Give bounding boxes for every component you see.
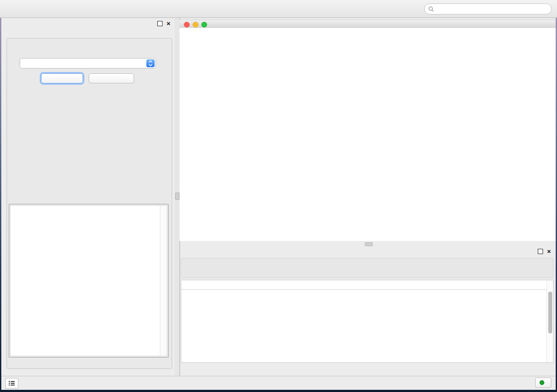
- network-canvas-svg: [180, 28, 556, 241]
- window-zoom-icon[interactable]: [201, 22, 207, 28]
- right-region: ×: [180, 18, 556, 376]
- close-panel-button[interactable]: [89, 73, 134, 83]
- result-list-scrollbar[interactable]: [160, 206, 167, 356]
- status-bar: [1, 376, 556, 390]
- splitter-handle[interactable]: [175, 193, 180, 200]
- float-panel-icon[interactable]: [157, 21, 163, 26]
- app-window: ×: [1, 18, 556, 390]
- table-scrollbar-thumb[interactable]: [548, 292, 552, 334]
- mcds-result-group: [9, 204, 169, 358]
- table-scrollbar[interactable]: [547, 280, 553, 362]
- search-input[interactable]: [436, 6, 548, 13]
- task-history-button[interactable]: [5, 378, 18, 389]
- search-icon: [428, 6, 434, 12]
- main-toolbar: [0, 0, 557, 18]
- run-mcds-button[interactable]: [41, 73, 83, 83]
- memory-status-icon: [540, 380, 544, 385]
- mcds-result-list[interactable]: [10, 205, 167, 356]
- window-minimize-icon[interactable]: [193, 22, 198, 28]
- criterion-dropdown[interactable]: [20, 58, 156, 69]
- memory-button[interactable]: [535, 378, 551, 388]
- control-panel: ×: [1, 18, 175, 376]
- list-icon: [8, 379, 16, 387]
- network-canvas[interactable]: [180, 28, 556, 241]
- horizontal-splitter-handle[interactable]: [365, 242, 373, 246]
- search-box[interactable]: [424, 3, 552, 14]
- close-panel-icon[interactable]: ×: [166, 21, 170, 26]
- window-close-icon[interactable]: [184, 22, 190, 28]
- network-window-titlebar[interactable]: [180, 20, 556, 28]
- table-panel: ×: [181, 247, 554, 375]
- node-table: [181, 280, 554, 363]
- table-toolbar: [181, 258, 554, 278]
- float-table-panel-icon[interactable]: [538, 249, 543, 254]
- close-table-panel-icon[interactable]: ×: [547, 249, 551, 254]
- dropdown-stepper-icon: [146, 59, 155, 67]
